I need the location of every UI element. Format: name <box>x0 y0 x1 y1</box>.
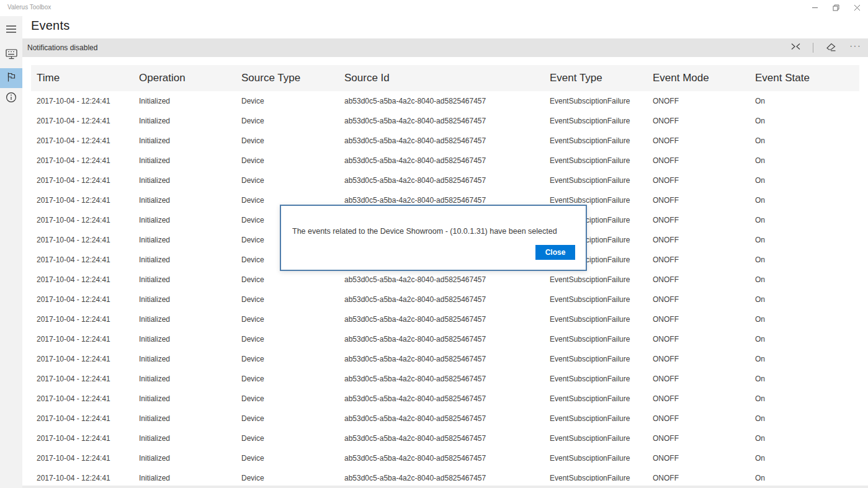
table-cell: ab53d0c5-a5ba-4a2c-8040-ad5825467457 <box>339 196 544 205</box>
table-cell: EventSubsciptionFailure <box>544 156 647 165</box>
notification-actions: ··· <box>783 38 868 57</box>
table-cell: Device <box>236 414 339 423</box>
table-row[interactable]: 2017-10-04 - 12:24:41InitializedDeviceab… <box>31 448 859 468</box>
table-cell: ONOFF <box>647 335 749 344</box>
more-options-button[interactable]: ··· <box>843 38 868 57</box>
table-cell: EventSubsciptionFailure <box>544 434 647 443</box>
minimize-button[interactable] <box>804 0 825 15</box>
column-header-time[interactable]: Time <box>31 72 133 84</box>
clear-events-button[interactable] <box>818 38 843 57</box>
table-row[interactable]: 2017-10-04 - 12:24:41InitializedDeviceab… <box>31 389 859 409</box>
table-cell: On <box>749 474 859 481</box>
table-row[interactable]: 2017-10-04 - 12:24:41InitializedDeviceab… <box>31 468 859 481</box>
close-icon <box>854 4 861 11</box>
table-cell: On <box>749 414 859 423</box>
inward-arrows-icon <box>790 42 801 53</box>
titlebar: Valerus Toolbox <box>0 0 868 16</box>
bottom-strip <box>22 486 868 488</box>
monitor-icon <box>6 49 17 62</box>
table-cell: On <box>749 97 859 105</box>
table-cell: ONOFF <box>647 394 749 403</box>
table-row[interactable]: 2017-10-04 - 12:24:41InitializedDeviceab… <box>31 369 859 389</box>
sidebar-item-systems[interactable] <box>0 45 22 65</box>
table-cell: Device <box>236 156 339 165</box>
table-cell: Initialized <box>133 255 236 264</box>
sidebar-item-about[interactable] <box>0 89 22 109</box>
table-cell: On <box>749 236 859 244</box>
table-cell: Device <box>236 474 339 481</box>
column-header-source-type[interactable]: Source Type <box>236 72 339 84</box>
table-cell: EventSubsciptionFailure <box>544 176 647 185</box>
table-row[interactable]: 2017-10-04 - 12:24:41InitializedDeviceab… <box>31 349 859 369</box>
table-cell: On <box>749 117 859 125</box>
table-cell: ONOFF <box>647 295 749 304</box>
table-cell: Device <box>236 315 339 324</box>
table-cell: EventSubsciptionFailure <box>544 275 647 284</box>
sidebar-item-events[interactable] <box>0 68 22 88</box>
table-cell: 2017-10-04 - 12:24:41 <box>31 474 133 481</box>
table-cell: ab53d0c5-a5ba-4a2c-8040-ad5825467457 <box>339 414 544 423</box>
table-cell: Initialized <box>133 375 236 383</box>
flag-icon <box>6 71 17 85</box>
table-row[interactable]: 2017-10-04 - 12:24:41InitializedDeviceab… <box>31 428 859 448</box>
table-row[interactable]: 2017-10-04 - 12:24:41InitializedDeviceab… <box>31 290 859 309</box>
table-cell: ab53d0c5-a5ba-4a2c-8040-ad5825467457 <box>339 176 544 185</box>
table-cell: ab53d0c5-a5ba-4a2c-8040-ad5825467457 <box>339 454 544 463</box>
table-row[interactable]: 2017-10-04 - 12:24:41InitializedDeviceab… <box>31 91 859 111</box>
table-cell: 2017-10-04 - 12:24:41 <box>31 255 133 264</box>
collapse-button[interactable] <box>783 38 808 57</box>
table-row[interactable]: 2017-10-04 - 12:24:41InitializedDeviceab… <box>31 111 859 131</box>
table-cell: 2017-10-04 - 12:24:41 <box>31 454 133 463</box>
table-cell: 2017-10-04 - 12:24:41 <box>31 335 133 344</box>
column-header-event-state[interactable]: Event State <box>749 72 859 84</box>
close-window-button[interactable] <box>846 0 867 15</box>
table-cell: EventSubsciptionFailure <box>544 196 647 205</box>
table-cell: ONOFF <box>647 117 749 125</box>
table-cell: ab53d0c5-a5ba-4a2c-8040-ad5825467457 <box>339 136 544 145</box>
table-row[interactable]: 2017-10-04 - 12:24:41InitializedDeviceab… <box>31 131 859 151</box>
table-row[interactable]: 2017-10-04 - 12:24:41InitializedDeviceab… <box>31 329 859 349</box>
table-header: Time Operation Source Type Source Id Eve… <box>31 65 859 91</box>
table-row[interactable]: 2017-10-04 - 12:24:41InitializedDeviceab… <box>31 409 859 428</box>
table-row[interactable]: 2017-10-04 - 12:24:41InitializedDeviceab… <box>31 309 859 329</box>
table-cell: ONOFF <box>647 136 749 145</box>
table-cell: EventSubsciptionFailure <box>544 295 647 304</box>
dialog-message: The events related to the Device Showroo… <box>292 227 557 236</box>
table-cell: ONOFF <box>647 414 749 423</box>
column-header-event-type[interactable]: Event Type <box>544 72 647 84</box>
table-row[interactable]: 2017-10-04 - 12:24:41InitializedDeviceab… <box>31 270 859 290</box>
table-cell: On <box>749 454 859 463</box>
table-cell: On <box>749 136 859 145</box>
table-cell: EventSubsciptionFailure <box>544 375 647 383</box>
table-cell: Device <box>236 97 339 105</box>
table-row[interactable]: 2017-10-04 - 12:24:41InitializedDeviceab… <box>31 171 859 190</box>
hamburger-menu-button[interactable] <box>0 20 22 40</box>
notification-message: Notifications disabled <box>27 43 97 52</box>
column-header-source-id[interactable]: Source Id <box>339 72 544 84</box>
table-cell: EventSubsciptionFailure <box>544 454 647 463</box>
table-cell: Initialized <box>133 136 236 145</box>
table-cell: Initialized <box>133 295 236 304</box>
table-cell: ab53d0c5-a5ba-4a2c-8040-ad5825467457 <box>339 335 544 344</box>
minimize-icon <box>812 4 818 11</box>
table-cell: 2017-10-04 - 12:24:41 <box>31 414 133 423</box>
table-cell: Initialized <box>133 196 236 205</box>
table-cell: On <box>749 255 859 264</box>
table-cell: ab53d0c5-a5ba-4a2c-8040-ad5825467457 <box>339 117 544 125</box>
table-cell: 2017-10-04 - 12:24:41 <box>31 97 133 105</box>
table-cell: Device <box>236 117 339 125</box>
table-cell: ONOFF <box>647 434 749 443</box>
table-cell: Device <box>236 176 339 185</box>
table-cell: Device <box>236 434 339 443</box>
table-cell: 2017-10-04 - 12:24:41 <box>31 117 133 125</box>
column-header-operation[interactable]: Operation <box>133 72 236 84</box>
table-cell: Initialized <box>133 156 236 165</box>
table-cell: 2017-10-04 - 12:24:41 <box>31 375 133 383</box>
table-cell: ab53d0c5-a5ba-4a2c-8040-ad5825467457 <box>339 295 544 304</box>
notification-bar: Notifications disabled ··· <box>22 38 868 57</box>
restore-button[interactable] <box>825 0 846 15</box>
table-row[interactable]: 2017-10-04 - 12:24:41InitializedDeviceab… <box>31 151 859 171</box>
column-header-event-mode[interactable]: Event Mode <box>647 72 749 84</box>
dialog-close-button[interactable]: Close <box>535 245 575 260</box>
toolbar-divider <box>813 43 813 53</box>
